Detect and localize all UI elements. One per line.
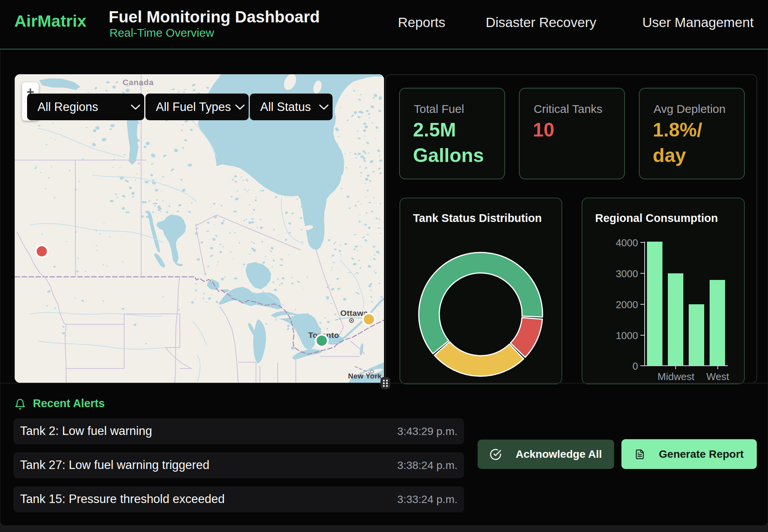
svg-text:West: West [707,371,730,382]
svg-text:2000: 2000 [616,299,638,310]
svg-text:Midwest: Midwest [657,371,695,382]
svg-text:0: 0 [633,360,638,372]
svg-text:1000: 1000 [616,330,638,341]
svg-text:3000: 3000 [616,268,638,280]
svg-text:4000: 4000 [616,237,638,249]
